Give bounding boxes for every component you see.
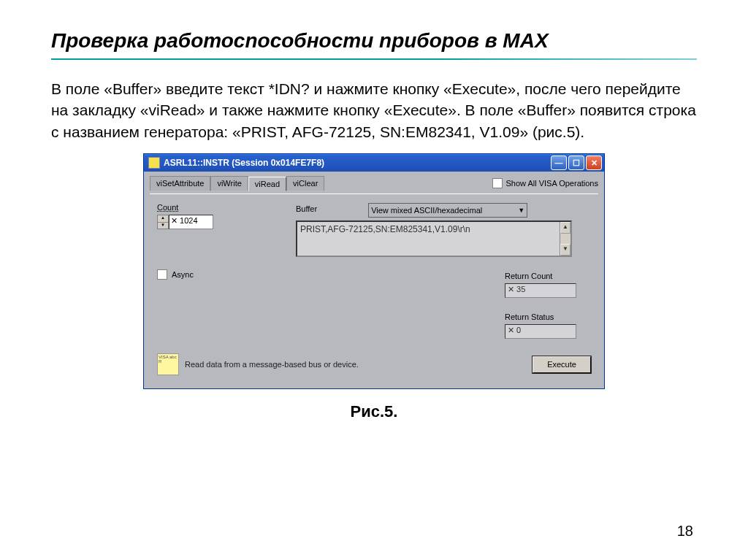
title-underline [51, 58, 697, 60]
scrollbar[interactable]: ▲ ▼ [560, 222, 570, 256]
dropdown-arrow-icon: ▼ [518, 207, 524, 214]
buffer-content: PRIST,AFG-72125,SN:EM825341,V1.09\r\n [300, 224, 470, 234]
count-label: Count [157, 203, 296, 212]
tab-viread[interactable]: viRead [248, 177, 286, 191]
show-all-label: Show All VISA Operations [505, 179, 598, 188]
count-input[interactable]: ✕ 1024 [169, 215, 213, 229]
return-status-value: ✕ 0 [505, 324, 576, 339]
return-count-label: Return Count [505, 272, 576, 280]
slide-title: Проверка работоспособности приборов в МА… [51, 29, 697, 53]
tab-viwrite[interactable]: viWrite [210, 176, 248, 191]
count-control[interactable]: ▲ ▼ ✕ 1024 [157, 215, 296, 229]
visa-session-window: ASRL11::INSTR (Session 0x014FE7F8) — ☐ ✕… [143, 153, 605, 389]
buffer-mode-select[interactable]: View mixed ASCII/hexadecimal ▼ [368, 203, 527, 218]
page-number: 18 [677, 523, 693, 540]
window-title: ASRL11::INSTR (Session 0x014FE7F8) [164, 158, 551, 168]
body-text: В поле «Buffer» введите текст *IDN? и на… [51, 78, 697, 142]
app-icon [148, 157, 160, 169]
async-checkbox[interactable]: Async [157, 269, 296, 280]
status-text: Read data from a message-based bus or de… [185, 360, 527, 369]
execute-button[interactable]: Execute [533, 356, 591, 373]
return-status-label: Return Status [505, 312, 576, 321]
count-spinner[interactable]: ▲ ▼ [157, 215, 169, 229]
buffer-mode-value: View mixed ASCII/hexadecimal [371, 206, 482, 215]
buffer-textarea[interactable]: PRIST,AFG-72125,SN:EM825341,V1.09\r\n ▲ … [296, 220, 572, 257]
checkbox-icon [492, 178, 503, 188]
scroll-down-icon[interactable]: ▼ [560, 244, 570, 256]
titlebar[interactable]: ASRL11::INSTR (Session 0x014FE7F8) — ☐ ✕ [144, 154, 604, 172]
async-label: Async [172, 270, 194, 279]
scroll-up-icon[interactable]: ▲ [560, 222, 570, 234]
spinner-up-icon[interactable]: ▲ [158, 215, 168, 223]
visa-icon: VISA abc R [157, 353, 179, 375]
buffer-label: Buffer [296, 204, 317, 213]
tab-strip: viSetAttribute viWrite viRead viClear [150, 176, 324, 191]
checkbox-icon [157, 269, 167, 280]
spinner-down-icon[interactable]: ▼ [158, 223, 168, 229]
tab-visetattribute[interactable]: viSetAttribute [150, 176, 210, 191]
return-count-value: ✕ 35 [505, 283, 576, 298]
maximize-button[interactable]: ☐ [568, 156, 584, 170]
figure-caption: Рис.5. [51, 402, 697, 421]
tab-viclear[interactable]: viClear [286, 176, 324, 191]
minimize-button[interactable]: — [551, 156, 567, 170]
show-all-visa-checkbox[interactable]: Show All VISA Operations [492, 178, 598, 188]
close-button[interactable]: ✕ [586, 156, 602, 170]
